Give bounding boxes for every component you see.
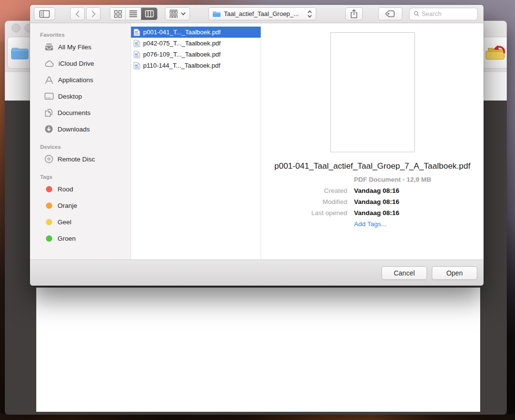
tag-color-dot [46,219,52,225]
sidebar-section-favorites: Favorites [40,32,131,38]
sidebar-item-label: Rood [58,186,73,193]
pdf-file-icon [133,29,140,36]
applications-icon [44,76,54,84]
sidebar-item-label: Oranje [58,202,77,209]
sidebar-section-tags: Tags [40,174,131,180]
pdf-file-icon [133,62,140,70]
file-kind-size: PDF Document - 12,9 MB [354,176,484,184]
add-tags-link[interactable]: Add Tags... [354,220,484,228]
file-list: p001-041_T..._Taalboek.pdf p042-075_T...… [131,23,261,260]
dialog-body: Favorites All My Files iCloud Drive [30,23,484,260]
sidebar-toggle-button[interactable] [34,7,55,20]
icon-view-button[interactable] [110,8,126,20]
column-view-icon [145,10,154,17]
sidebar-item-label: Applications [58,76,93,84]
dialog-footer: Cancel Open [30,260,484,286]
info-value-modified: Vandaag 08:16 [354,198,484,206]
desktop: Taal_actief_Taal_Groep_... [0,0,515,420]
sidebar-item-tag-geel[interactable]: Geel [30,214,131,230]
forward-button[interactable] [86,7,101,20]
sidebar-item-label: Downloads [58,126,90,133]
up-down-chevrons-icon [308,10,312,18]
info-value-created: Vandaag 08:16 [354,187,484,195]
back-button[interactable] [70,7,85,20]
downloads-icon [44,125,53,133]
view-mode-segmented-control [110,7,158,20]
sidebar-item-label: Documents [58,109,90,116]
list-view-button[interactable] [126,8,141,20]
path-dropdown-label: Taal_actief_Taal_Groep_... [224,10,305,17]
sidebar-item-tag-groen[interactable]: Groen [30,230,131,246]
icon-view-icon [114,10,122,18]
sidebar-item-label: Geel [58,218,72,226]
preview-pane: p001-041_Taal_actief_Taal_Groep_7_A_Taal… [261,23,484,260]
file-row[interactable]: p076-109_T..._Taalboek.pdf [131,49,261,60]
sidebar-item-label: iCloud Drive [59,60,94,67]
arrange-button[interactable] [165,7,190,20]
chevron-left-icon [75,11,80,17]
background-open-file-button[interactable] [482,37,507,69]
desktop-icon [44,92,54,100]
tag-color-dot [46,203,52,209]
sidebar-item-label: All My Files [58,43,91,51]
sidebar-item-all-my-files[interactable]: All My Files [30,39,131,55]
open-dialog: Taal_actief_Taal_Groep_... [30,5,484,286]
tags-button[interactable] [378,7,402,20]
sidebar-toggle-icon [39,10,50,18]
sidebar-item-applications[interactable]: Applications [30,72,131,88]
all-my-files-icon [44,43,54,51]
documents-icon [44,108,53,117]
background-folder-button[interactable] [7,37,32,69]
file-name: p042-075_T..._Taalboek.pdf [143,40,221,47]
share-button[interactable] [345,7,363,20]
open-file-folder-icon [485,43,507,62]
sidebar-item-label: Remote Disc [58,156,95,163]
sidebar-item-documents[interactable]: Documents [30,104,131,121]
path-dropdown[interactable]: Taal_actief_Taal_Groep_... [208,7,316,20]
sidebar-item-icloud-drive[interactable]: iCloud Drive [30,55,131,72]
tag-color-dot [46,235,52,242]
group-arrange-icon [169,10,178,18]
document-thumbnail [330,32,415,152]
search-icon [413,10,420,17]
tag-color-dot [46,186,52,192]
file-row[interactable]: p001-041_T..._Taalboek.pdf [131,27,261,38]
sidebar-item-tag-oranje[interactable]: Oranje [30,197,131,214]
pdf-file-icon [133,40,140,47]
sidebar-item-tag-rood[interactable]: Rood [30,181,131,197]
share-icon [350,9,358,18]
cancel-button[interactable]: Cancel [382,266,427,280]
dialog-toolbar: Taal_actief_Taal_Groep_... [30,5,484,23]
list-view-icon [129,10,137,17]
info-label-created: Created [261,187,347,195]
remote-disc-icon [44,155,53,163]
file-row[interactable]: p110-144_T..._Taalboek.pdf [131,60,261,71]
tag-icon [385,10,395,17]
file-name: p001-041_T..._Taalboek.pdf [143,29,221,36]
search-input[interactable] [422,10,473,17]
info-value-last-opened: Vandaag 08:16 [354,209,484,217]
chevron-right-icon [91,11,96,17]
file-name: p076-109_T..._Taalboek.pdf [143,51,221,58]
sidebar-section-devices: Devices [40,144,131,150]
file-row[interactable]: p042-075_T..._Taalboek.pdf [131,38,261,49]
sidebar-item-label: Groen [58,235,76,242]
column-view-button[interactable] [141,8,157,20]
search-field[interactable] [409,8,478,20]
pdf-file-icon [133,51,140,58]
folder-icon [212,11,221,17]
info-label-last-opened: Last opened [261,209,347,217]
info-label-modified: Modified [261,198,347,206]
sidebar-item-label: Desktop [58,93,82,100]
file-info: PDF Document - 12,9 MB Created Vandaag 0… [261,176,484,228]
preview-file-name: p001-041_Taal_actief_Taal_Groep_7_A_Taal… [265,160,480,172]
sidebar-item-downloads[interactable]: Downloads [30,121,131,137]
file-name: p110-144_T..._Taalboek.pdf [143,62,221,69]
close-traffic-light[interactable] [12,24,20,32]
blue-folder-icon [10,45,29,60]
open-button[interactable]: Open [432,266,477,280]
chevron-down-icon [181,12,186,15]
sidebar-item-desktop[interactable]: Desktop [30,88,131,104]
sidebar: Favorites All My Files iCloud Drive [30,23,131,260]
sidebar-item-remote-disc[interactable]: Remote Disc [30,151,131,167]
